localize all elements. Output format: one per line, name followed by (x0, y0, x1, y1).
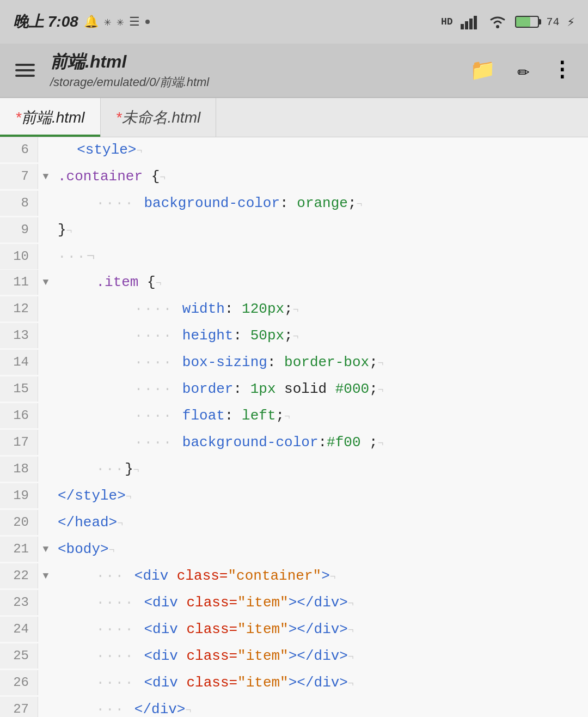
fold-arrow-11[interactable]: ▼ (38, 270, 53, 295)
line-number-22: 22 (0, 563, 38, 588)
code-line-22: 22▼ ··· <div class="container">¬ (0, 563, 588, 590)
edit-button[interactable]: ✏️ (517, 58, 530, 83)
tab-label-2: 未命名.html (122, 107, 201, 128)
code-line-19: 19 </style>¬ (0, 483, 588, 510)
status-bar: 晚上 7:08 🔔 ✳ ✳ ☰ HD 74 ⚡ (0, 0, 588, 44)
code-content-26: ···· <div class="item"></div>¬ (53, 670, 588, 696)
code-line-12: 12 ···· width: 120px;¬ (0, 296, 588, 323)
line-number-18: 18 (0, 457, 38, 482)
line-number-7: 7 (0, 164, 38, 189)
line-number-9: 9 (0, 217, 38, 242)
line-number-23: 23 (0, 590, 38, 615)
line-number-14: 14 (0, 350, 38, 375)
code-line-24: 24 ···· <div class="item"></div>¬ (0, 617, 588, 643)
status-left: 晚上 7:08 🔔 ✳ ✳ ☰ (13, 11, 150, 32)
code-content-13: ···· height: 50px;¬ (53, 323, 588, 349)
code-line-17: 17 ···· background-color:#f00 ;¬ (0, 430, 588, 457)
code-line-14: 14 ···· box-sizing: border-box;¬ (0, 350, 588, 376)
header-filepath: /storage/emulated/0/前端.html (50, 74, 470, 90)
line-number-21: 21 (0, 537, 38, 562)
more-button[interactable]: ⋮ (552, 58, 573, 83)
code-line-15: 15 ···· border: 1px solid #000;¬ (0, 376, 588, 403)
tab-qianduan[interactable]: *前端.html (0, 98, 101, 137)
code-content-8: ···· background-color: orange;¬ (53, 191, 588, 217)
line-number-20: 20 (0, 510, 38, 535)
hamburger-line-3 (15, 75, 35, 77)
hamburger-line-1 (15, 64, 35, 66)
status-dot (145, 20, 150, 24)
line-number-15: 15 (0, 376, 38, 402)
code-content-11: .item {¬ (53, 270, 588, 296)
code-line-7: 7▼.container {¬ (0, 164, 588, 191)
hd-label: HD (441, 16, 453, 27)
line-number-27: 27 (0, 697, 38, 717)
line-number-16: 16 (0, 403, 38, 428)
code-content-12: ···· width: 120px;¬ (53, 296, 588, 323)
tabs-bar: *前端.html *未命名.html (0, 98, 588, 137)
code-line-8: 8 ···· background-color: orange;¬ (0, 191, 588, 217)
code-content-20: </head>¬ (53, 510, 588, 536)
tab-unnamed[interactable]: *未命名.html (101, 98, 217, 137)
code-line-21: 21▼<body>¬ (0, 537, 588, 563)
code-content-24: ···· <div class="item"></div>¬ (53, 617, 588, 643)
folder-button[interactable]: 📁 (470, 58, 495, 83)
hamburger-button[interactable] (15, 64, 35, 77)
settings-icon2: ✳ (117, 15, 124, 29)
code-content-9: }¬ (53, 217, 588, 244)
line-number-26: 26 (0, 670, 38, 695)
header-filename: 前端.html (50, 50, 470, 74)
battery-icon (515, 16, 539, 28)
svg-rect-0 (461, 24, 464, 29)
lightning-icon: ⚡ (567, 14, 575, 30)
code-content-10: ···¬ (53, 244, 588, 269)
fold-arrow-7[interactable]: ▼ (38, 164, 53, 189)
code-line-27: 27 ··· </div>¬ (0, 697, 588, 717)
code-content-14: ···· box-sizing: border-box;¬ (53, 350, 588, 376)
code-content-15: ···· border: 1px solid #000;¬ (53, 376, 588, 403)
code-line-13: 13 ···· height: 50px;¬ (0, 323, 588, 350)
status-time: 晚上 7:08 (13, 11, 78, 32)
line-number-24: 24 (0, 617, 38, 642)
tab-modified-1: * (15, 109, 21, 126)
battery-percent: 74 (547, 16, 560, 28)
line-number-8: 8 (0, 191, 38, 216)
line-number-12: 12 (0, 296, 38, 321)
code-editor[interactable]: 6 <style>¬7▼.container {¬8 ···· backgrou… (0, 137, 588, 717)
line-number-13: 13 (0, 323, 38, 348)
line-number-11: 11 (0, 270, 38, 295)
fold-arrow-21[interactable]: ▼ (38, 537, 53, 562)
code-line-9: 9 }¬ (0, 217, 588, 244)
code-line-11: 11▼ .item {¬ (0, 270, 588, 296)
code-content-22: ··· <div class="container">¬ (53, 563, 588, 590)
code-line-6: 6 <style>¬ (0, 137, 588, 164)
svg-rect-1 (465, 21, 468, 29)
header-title-area: 前端.html /storage/emulated/0/前端.html (50, 50, 470, 90)
code-content-21: <body>¬ (53, 537, 588, 563)
code-line-16: 16 ···· float: left;¬ (0, 403, 588, 430)
app-header: 前端.html /storage/emulated/0/前端.html 📁 ✏️… (0, 44, 588, 98)
tab-label-1: 前端.html (21, 107, 85, 128)
code-line-18: 18 ···}¬ (0, 457, 588, 483)
code-content-16: ···· float: left;¬ (53, 403, 588, 429)
line-number-25: 25 (0, 643, 38, 669)
code-content-23: ···· <div class="item"></div>¬ (53, 590, 588, 616)
line-number-17: 17 (0, 430, 38, 455)
fold-arrow-22[interactable]: ▼ (38, 563, 53, 588)
svg-rect-3 (474, 16, 477, 29)
svg-point-4 (496, 25, 499, 28)
code-content-19: </style>¬ (53, 483, 588, 509)
line-number-10: 10 (0, 244, 38, 269)
settings-icon3: ☰ (129, 15, 140, 29)
line-number-19: 19 (0, 483, 38, 508)
code-content-27: ··· </div>¬ (53, 697, 588, 717)
line-number-6: 6 (0, 137, 38, 162)
tab-modified-2: * (116, 109, 122, 126)
code-line-26: 26 ···· <div class="item"></div>¬ (0, 670, 588, 697)
header-actions: 📁 ✏️ ⋮ (470, 58, 573, 83)
settings-icon1: ✳ (104, 15, 111, 29)
code-content-17: ···· background-color:#f00 ;¬ (53, 430, 588, 456)
code-line-23: 23 ···· <div class="item"></div>¬ (0, 590, 588, 617)
code-content-6: <style>¬ (53, 137, 588, 163)
signal-icon (461, 14, 480, 29)
code-content-7: .container {¬ (53, 164, 588, 190)
